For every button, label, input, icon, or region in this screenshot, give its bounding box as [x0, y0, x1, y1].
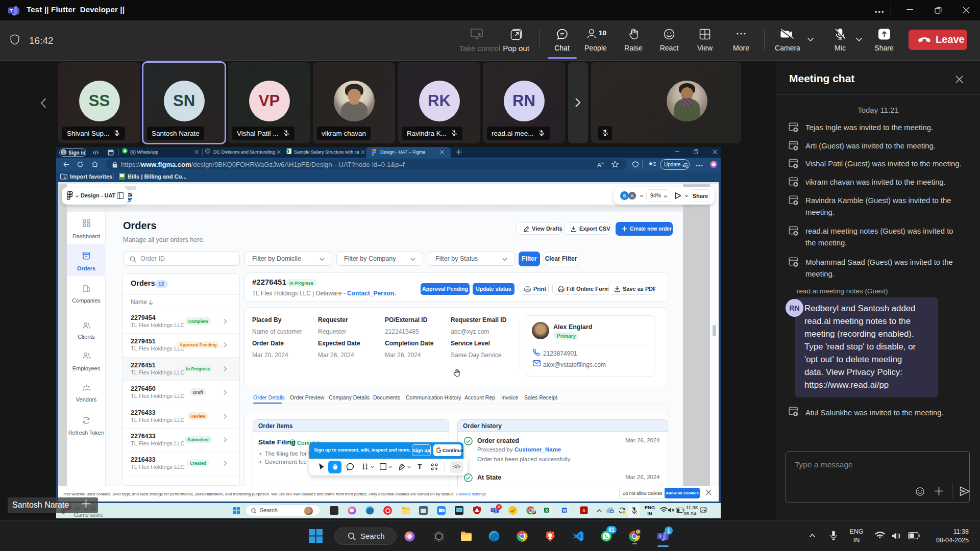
svg-text:W: W — [562, 508, 567, 513]
svg-text:T: T — [10, 8, 13, 13]
svg-text:10: 10 — [599, 29, 606, 37]
svg-text:X: X — [286, 150, 288, 153]
svg-text:T: T — [492, 508, 494, 512]
svg-text:T: T — [658, 534, 662, 539]
svg-text:A: A — [582, 509, 585, 512]
svg-text:X: X — [545, 508, 548, 513]
